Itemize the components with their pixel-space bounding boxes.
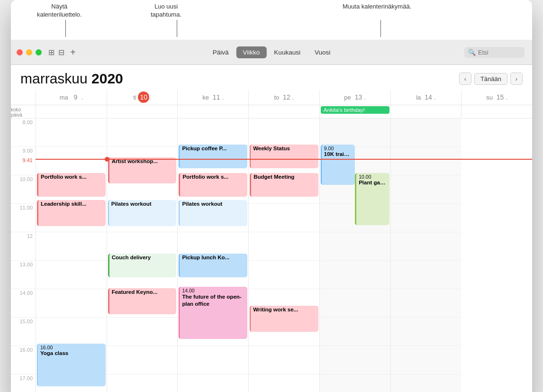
slot-wed-17[interactable] [178, 374, 248, 392]
add-event-button[interactable]: + [70, 47, 76, 58]
calendar-window: Näytäkalenteriluettelo. Luo uusitapahtum… [11, 0, 532, 392]
slot-sun-11[interactable] [391, 204, 462, 232]
plant-garden-event[interactable]: 10.00 Plant garden [355, 173, 389, 225]
search-bar[interactable]: 🔍 [464, 47, 525, 58]
month-header: marraskuu 2020 ‹ Tänään › [11, 65, 532, 90]
time-17: 17.00 [11, 374, 36, 392]
time-13: 13.00 [11, 261, 36, 289]
time-14: 14.00 [11, 289, 36, 318]
slot-wed-8[interactable] [178, 119, 248, 147]
slot-fri-14[interactable] [320, 289, 390, 318]
col-monday: Portfolio work s... Leadership skill... … [36, 119, 107, 392]
toolbar-icons: ⊞ ⊟ + [48, 47, 76, 58]
slot-thu-11[interactable] [249, 204, 319, 232]
slot-mon-14[interactable] [36, 289, 107, 318]
tab-week[interactable]: Viikko [236, 46, 267, 58]
col-friday: 9.00 10K training run 10.00 Plant garden [319, 119, 390, 392]
writing-work-event[interactable]: Writing work se... [250, 306, 318, 332]
pilates-wed-event[interactable]: Pilates workout [179, 200, 247, 226]
slot-thu-12[interactable] [249, 232, 319, 261]
current-time-label: 9.41 [23, 157, 33, 163]
fullscreen-button[interactable] [36, 49, 42, 55]
allday-row: koko päivä Ankita's birthday! [11, 105, 532, 119]
training-run-event[interactable]: 9.00 10K training run [321, 145, 355, 185]
calendar-list-icon[interactable]: ⊞ [48, 48, 54, 57]
allday-label: koko päivä [11, 105, 36, 118]
tab-year[interactable]: Vuosi [308, 46, 337, 58]
col-thursday: Weekly Status Budget Meeting Writing wor… [248, 119, 319, 392]
slot-tue-15[interactable] [107, 318, 178, 346]
slot-thu-13[interactable] [249, 261, 319, 289]
calendar-grid: ma 9. ti 10. ke 11. to 12. pe 13. la 14.… [11, 90, 532, 392]
prev-week-button[interactable]: ‹ [459, 73, 471, 85]
slot-sun-16[interactable] [391, 346, 462, 374]
slot-mon-12[interactable] [36, 232, 107, 261]
weekly-status-event[interactable]: Weekly Status [250, 145, 318, 168]
allday-cell-fri: Ankita's birthday! [319, 105, 390, 118]
allday-cell-tue [107, 105, 178, 118]
slot-fri-15[interactable] [320, 318, 390, 346]
time-8: 8.00 [11, 119, 36, 147]
budget-meeting-event[interactable]: Budget Meeting [250, 173, 318, 197]
minimize-button[interactable] [26, 49, 32, 55]
search-input[interactable] [478, 49, 521, 56]
couch-delivery-event[interactable]: Couch delivery [108, 254, 177, 277]
day-headers: ma 9. ti 10. ke 11. to 12. pe 13. la 14.… [11, 90, 532, 105]
yoga-class-event[interactable]: 16.00 Yoga class [37, 344, 106, 386]
artist-workshop-event[interactable]: Artist workshop... [108, 157, 177, 183]
tab-month[interactable]: Kuukausi [267, 46, 307, 58]
slot-fri-13[interactable] [320, 261, 390, 289]
slot-sun-8[interactable] [391, 119, 462, 147]
featured-keynote-event[interactable]: Featured Keyno... [108, 288, 177, 314]
pickup-coffee-event[interactable]: Pickup coffee P... [179, 145, 247, 168]
col-wednesday: Pickup coffee P... Portfolio work s... P… [177, 119, 248, 392]
time-column: 8.00 9.00 9.41 10.00 11.00 12 13.00 14.0… [11, 119, 36, 392]
slot-fri-8[interactable] [320, 119, 390, 147]
slot-mon-15[interactable] [36, 318, 107, 346]
annotation-3: Muuta kalenterinäkymää. [343, 3, 411, 11]
annotation-2: Luo uusitapahtuma. [151, 3, 181, 19]
today-button[interactable]: Tänään [474, 73, 507, 85]
birthday-event[interactable]: Ankita's birthday! [321, 106, 389, 114]
close-button[interactable] [17, 49, 23, 55]
traffic-lights [17, 49, 42, 55]
slot-mon-13[interactable] [36, 261, 107, 289]
slot-sun-15[interactable] [391, 318, 462, 346]
future-office-event[interactable]: 14.00 The future of the open-plan office [179, 287, 247, 339]
slot-fri-17[interactable] [320, 374, 390, 392]
slot-thu-17[interactable] [249, 374, 319, 392]
pickup-lunch-event[interactable]: Pickup lunch Ko... [179, 254, 247, 277]
time-11: 11.00 [11, 204, 36, 232]
portfolio-work-mon-event[interactable]: Portfolio work s... [37, 173, 106, 197]
allday-cell-mon [36, 105, 107, 118]
slot-wed-16[interactable] [178, 346, 248, 374]
slot-sun-14[interactable] [391, 289, 462, 318]
tab-day[interactable]: Päivä [206, 46, 235, 58]
slot-fri-16[interactable] [320, 346, 390, 374]
day-header-mon: ma 9. [36, 90, 107, 105]
search-icon: 🔍 [468, 49, 476, 56]
portfolio-work-wed-event[interactable]: Portfolio work s... [179, 173, 247, 197]
allday-cell-thu [248, 105, 319, 118]
slot-tue-8[interactable] [107, 119, 178, 147]
slot-sun-17[interactable] [391, 374, 462, 392]
pilates-tue-event[interactable]: Pilates workout [108, 200, 177, 226]
slot-thu-16[interactable] [249, 346, 319, 374]
slot-tue-16[interactable] [107, 346, 178, 374]
slot-thu-8[interactable] [249, 119, 319, 147]
slot-sun-10[interactable] [391, 175, 462, 204]
slot-mon-9[interactable] [36, 147, 107, 175]
slot-sun-9[interactable] [391, 147, 462, 175]
next-week-button[interactable]: › [510, 73, 523, 85]
view-tabs: Päivä Viikko Kuukausi Vuosi [206, 46, 337, 58]
slot-tue-17[interactable] [107, 374, 178, 392]
slot-sun-13[interactable] [391, 261, 462, 289]
slot-mon-8[interactable] [36, 119, 107, 147]
month-title: marraskuu 2020 [20, 71, 123, 87]
time-10: 10.00 [11, 175, 36, 204]
leadership-skill-event[interactable]: Leadership skill... [37, 200, 106, 226]
inbox-icon[interactable]: ⊟ [58, 48, 64, 57]
time-15: 15.00 [11, 318, 36, 346]
slot-fri-12[interactable] [320, 232, 390, 261]
slot-sun-12[interactable] [391, 232, 462, 261]
